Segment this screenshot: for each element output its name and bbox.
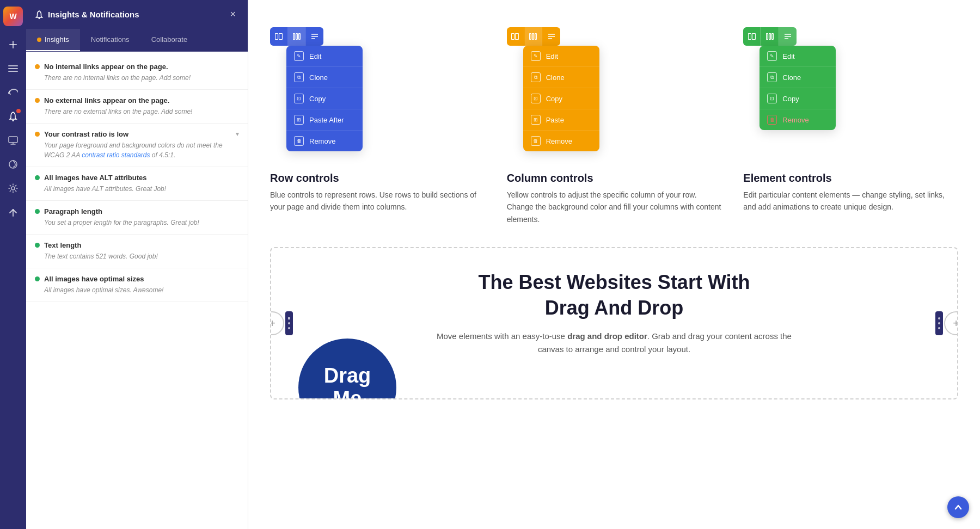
main-content: ✎ Edit ⧉ Clone ⊡ Copy ⊞ Paste After [248, 0, 980, 529]
svg-rect-14 [279, 34, 282, 40]
app-logo[interactable]: W [3, 7, 23, 26]
notification-badge [16, 109, 21, 113]
row-menu-copy[interactable]: ⊡ Copy [286, 88, 363, 109]
add-column-right-button[interactable]: + [944, 311, 958, 335]
col-menu-remove[interactable]: 🗑 Remove [523, 131, 599, 151]
drag-handle-right[interactable] [935, 311, 943, 335]
svg-rect-24 [532, 34, 534, 40]
svg-rect-17 [298, 34, 300, 40]
col-menu-copy[interactable]: ⊡ Copy [523, 88, 599, 109]
row-menu-clone[interactable]: ⧉ Clone [286, 67, 363, 88]
sidebar: W [0, 0, 26, 529]
element-controls-block: ✎ Edit ⧉ Clone ⊡ Copy 🗑 Remove [743, 22, 958, 225]
clone-icon: ⧉ [294, 72, 304, 82]
status-dot [35, 132, 40, 137]
row-menu-edit[interactable]: ✎ Edit [286, 46, 363, 67]
row-menu-paste-after[interactable]: ⊞ Paste After [286, 109, 363, 131]
insight-paragraph-length: Paragraph length You set a proper length… [26, 201, 248, 235]
insight-text-length: Text length The text contains 521 words.… [26, 235, 248, 268]
dnd-desc-prefix: Move elements with an easy-to-use [437, 331, 567, 341]
edit-icon: ✎ [294, 51, 304, 61]
element-dropdown: ✎ Edit ⧉ Clone ⊡ Copy 🗑 Remove [759, 46, 836, 130]
insight-desc: The text contains 521 words. Good job! [35, 251, 239, 261]
insight-title-text: No internal links appear on the page. [44, 63, 168, 71]
col-toolbar-btn-text[interactable] [543, 27, 560, 46]
elem-menu-clone[interactable]: ⧉ Clone [759, 67, 836, 88]
sidebar-item-settings[interactable] [3, 179, 23, 198]
row-toolbar-btn-text[interactable] [306, 27, 323, 46]
elem-menu-edit[interactable]: ✎ Edit [759, 46, 836, 67]
col-menu-clone-label: Clone [546, 73, 565, 82]
controls-section: ✎ Edit ⧉ Clone ⊡ Copy ⊞ Paste After [270, 22, 958, 225]
copy-icon: ⊡ [294, 94, 304, 103]
col-toolbar-btn-cols[interactable] [525, 27, 542, 46]
add-column-left-button[interactable]: + [270, 311, 284, 335]
row-toolbar [270, 27, 323, 46]
elem-toolbar-btn-cols[interactable] [761, 27, 779, 46]
insight-alt-attributes: All images have ALT attributes All image… [26, 167, 248, 201]
elem-menu-remove[interactable]: 🗑 Remove [759, 109, 836, 130]
drag-handle-left[interactable] [285, 311, 293, 335]
row-toolbar-btn-cols[interactable] [288, 27, 305, 46]
row-toolbar-btn-layout[interactable] [270, 27, 287, 46]
sidebar-item-layers[interactable] [3, 59, 23, 78]
svg-rect-22 [516, 34, 519, 40]
insight-title-text: All images have ALT attributes [44, 174, 147, 182]
chevron-up-icon [954, 503, 962, 511]
elem-menu-clone-label: Clone [782, 73, 801, 82]
insight-no-external-links: No external links appear on the page. Th… [26, 90, 248, 124]
sidebar-item-monitor[interactable] [3, 131, 23, 150]
insights-panel: Insights & Notifications × Insights Noti… [26, 0, 248, 529]
tab-notifications[interactable]: Notifications [80, 29, 140, 51]
bell-icon [35, 10, 44, 19]
row-controls-block: ✎ Edit ⧉ Clone ⊡ Copy ⊞ Paste After [270, 22, 485, 225]
status-dot [35, 209, 40, 214]
close-button[interactable]: × [226, 8, 239, 21]
svg-rect-23 [530, 34, 531, 40]
contrast-ratio-link[interactable]: contrast ratio standards [82, 151, 150, 159]
element-controls-desc: Edit particular content elements — chang… [743, 189, 958, 213]
svg-rect-31 [766, 34, 768, 40]
svg-point-12 [39, 17, 40, 19]
tab-insights[interactable]: Insights [26, 29, 80, 51]
elem-menu-copy-label: Copy [782, 95, 799, 103]
panel-tabs: Insights Notifications Collaborate [26, 29, 248, 52]
sidebar-item-notifications[interactable] [3, 107, 23, 126]
insight-image-sizes: All images have optimal sizes All images… [26, 268, 248, 302]
tab-insights-label: Insights [45, 35, 69, 44]
elem-toolbar-btn-layout[interactable] [743, 27, 761, 46]
sidebar-item-undo[interactable] [3, 83, 23, 102]
row-menu-edit-label: Edit [309, 52, 321, 60]
status-dot [35, 276, 40, 281]
collapse-arrow[interactable]: ▾ [236, 131, 239, 138]
sidebar-item-publish[interactable] [3, 202, 23, 222]
drag-circle-text: Drag Me [324, 365, 371, 399]
sidebar-item-theme[interactable] [3, 155, 23, 174]
column-controls-block: ✎ Edit ⧉ Clone ⊡ Copy ⊞ Paste [507, 22, 722, 225]
insight-desc: Your page foreground and background colo… [35, 140, 239, 160]
col-toolbar [507, 27, 560, 46]
clone-icon: ⧉ [767, 72, 777, 82]
status-dot [35, 243, 40, 248]
dnd-section: + + The Best Websites Start With Drag An… [270, 247, 958, 399]
svg-rect-15 [293, 34, 295, 40]
svg-rect-13 [275, 34, 278, 40]
insights-dot [37, 38, 41, 42]
elem-toolbar-btn-text[interactable] [779, 27, 797, 46]
copy-icon: ⊡ [531, 94, 541, 103]
col-menu-paste[interactable]: ⊞ Paste [523, 109, 599, 131]
elem-menu-copy[interactable]: ⊡ Copy [759, 88, 836, 109]
row-dropdown: ✎ Edit ⧉ Clone ⊡ Copy ⊞ Paste After [286, 46, 363, 151]
insight-desc: There are no external links on the page.… [35, 107, 239, 116]
panel-content: No internal links appear on the page. Th… [26, 52, 248, 529]
tab-collaborate[interactable]: Collaborate [140, 29, 199, 51]
scroll-to-top-button[interactable] [947, 496, 969, 518]
col-toolbar-btn-layout[interactable] [507, 27, 524, 46]
svg-rect-30 [752, 34, 755, 40]
sidebar-item-add[interactable] [3, 35, 23, 54]
col-menu-clone[interactable]: ⧉ Clone [523, 67, 599, 88]
row-menu-remove[interactable]: 🗑 Remove [286, 131, 363, 151]
column-controls-desc: Yellow controls to adjust the specific c… [507, 189, 722, 225]
trash-icon: 🗑 [294, 136, 304, 146]
col-menu-edit[interactable]: ✎ Edit [523, 46, 599, 67]
